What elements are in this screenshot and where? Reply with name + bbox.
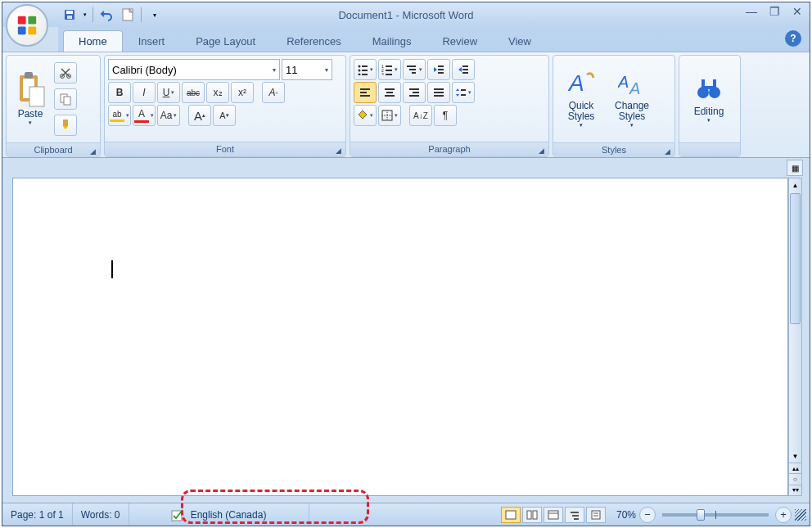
proofing-icon bbox=[171, 508, 186, 521]
font-color-button[interactable]: A bbox=[133, 105, 156, 126]
cut-button[interactable] bbox=[54, 62, 77, 83]
office-button[interactable] bbox=[6, 4, 48, 47]
status-words[interactable]: Words: 0 bbox=[73, 503, 129, 526]
tab-references[interactable]: References bbox=[271, 30, 356, 52]
zoom-knob[interactable] bbox=[697, 509, 705, 521]
status-page[interactable]: Page: 1 of 1 bbox=[2, 503, 73, 526]
svg-rect-35 bbox=[462, 65, 468, 67]
svg-rect-62 bbox=[705, 86, 713, 89]
align-right-button[interactable] bbox=[403, 82, 426, 103]
draft-icon bbox=[590, 510, 602, 520]
qat-new[interactable] bbox=[118, 6, 138, 24]
quick-styles-button[interactable]: A Quick Styles▾ bbox=[556, 58, 607, 140]
highlight-swatch-icon bbox=[110, 120, 124, 122]
qat-save-dropdown[interactable]: ▾ bbox=[81, 6, 89, 24]
bold-button[interactable]: B bbox=[108, 82, 131, 103]
help-button[interactable]: ? bbox=[785, 30, 801, 47]
svg-rect-39 bbox=[360, 92, 367, 93]
tab-review[interactable]: Review bbox=[426, 30, 493, 52]
vertical-scrollbar[interactable]: ▲ ▼ ▴▴ ○ ▾▾ bbox=[788, 178, 802, 496]
font-launcher[interactable]: ◢ bbox=[333, 144, 343, 154]
view-outline[interactable] bbox=[565, 507, 584, 523]
shrink-font-button[interactable]: A▾ bbox=[213, 105, 236, 126]
qat-save[interactable] bbox=[60, 6, 79, 24]
shading-button[interactable] bbox=[354, 105, 377, 126]
tab-mailings[interactable]: Mailings bbox=[357, 30, 427, 52]
paste-button[interactable]: Paste ▾ bbox=[9, 58, 52, 140]
editing-button[interactable]: Editing▾ bbox=[682, 58, 736, 140]
tab-view[interactable]: View bbox=[493, 30, 547, 52]
format-painter-button[interactable] bbox=[54, 115, 77, 136]
qat-undo[interactable] bbox=[97, 6, 116, 24]
sort-button[interactable]: A↓Z bbox=[409, 105, 432, 126]
line-spacing-button[interactable] bbox=[452, 82, 475, 103]
change-styles-button[interactable]: AA Change Styles▾ bbox=[607, 58, 657, 140]
superscript-button[interactable]: x² bbox=[231, 82, 254, 103]
minimize-button[interactable]: — bbox=[742, 4, 760, 19]
svg-rect-64 bbox=[506, 511, 516, 519]
zoom-out-button[interactable]: − bbox=[639, 507, 656, 523]
clipboard-launcher[interactable]: ◢ bbox=[88, 145, 97, 155]
paste-label: Paste bbox=[18, 108, 43, 120]
resize-grip[interactable] bbox=[795, 509, 806, 521]
subscript-button[interactable]: x₂ bbox=[206, 82, 229, 103]
scroll-up-button[interactable]: ▲ bbox=[789, 178, 801, 192]
select-browse-button[interactable]: ○ bbox=[789, 473, 801, 484]
paragraph-launcher[interactable]: ◢ bbox=[536, 144, 546, 154]
styles-launcher[interactable]: ◢ bbox=[662, 145, 672, 155]
underline-button[interactable]: U bbox=[157, 82, 180, 103]
strike-button[interactable]: abc bbox=[182, 82, 205, 103]
web-layout-icon bbox=[548, 510, 559, 520]
svg-rect-46 bbox=[409, 95, 419, 97]
tab-page-layout[interactable]: Page Layout bbox=[180, 30, 271, 52]
svg-rect-70 bbox=[572, 515, 579, 517]
numbering-button[interactable]: 123 bbox=[378, 59, 401, 80]
svg-rect-5 bbox=[66, 11, 73, 14]
grow-font-button[interactable]: A▴ bbox=[188, 105, 211, 126]
view-full-screen[interactable] bbox=[522, 507, 542, 523]
svg-rect-3 bbox=[28, 26, 36, 34]
align-center-icon bbox=[384, 87, 395, 98]
scroll-down-button[interactable]: ▼ bbox=[789, 449, 801, 463]
align-left-button[interactable] bbox=[354, 82, 377, 103]
view-draft[interactable] bbox=[586, 507, 606, 523]
document-canvas[interactable] bbox=[12, 178, 788, 496]
change-case-button[interactable]: Aa bbox=[157, 105, 180, 126]
inc-indent-button[interactable] bbox=[452, 59, 475, 80]
outline-icon bbox=[569, 510, 580, 520]
status-language[interactable]: English (Canada) bbox=[129, 503, 309, 526]
ruler-toggle[interactable]: ▦ bbox=[787, 160, 803, 176]
font-size-combo[interactable]: 11▾ bbox=[282, 59, 332, 80]
svg-rect-30 bbox=[409, 69, 416, 70]
justify-button[interactable] bbox=[427, 82, 450, 103]
zoom-level[interactable]: 70% bbox=[616, 509, 636, 521]
copy-button[interactable] bbox=[54, 88, 77, 110]
view-web-layout[interactable] bbox=[544, 507, 563, 523]
restore-button[interactable]: ❐ bbox=[765, 4, 783, 19]
highlight-button[interactable]: ab bbox=[108, 105, 131, 126]
tab-insert[interactable]: Insert bbox=[123, 30, 181, 52]
copy-icon bbox=[59, 93, 72, 106]
scroll-thumb[interactable] bbox=[790, 193, 801, 324]
svg-rect-44 bbox=[409, 88, 419, 90]
tab-home[interactable]: Home bbox=[63, 30, 123, 52]
prev-page-button[interactable]: ▴▴ bbox=[789, 463, 801, 473]
font-family-combo[interactable]: Calibri (Body)▾ bbox=[108, 59, 280, 80]
clear-format-button[interactable]: A▫ bbox=[262, 82, 285, 103]
align-center-button[interactable] bbox=[378, 82, 401, 103]
italic-button[interactable]: I bbox=[133, 82, 156, 103]
view-print-layout[interactable] bbox=[501, 507, 521, 523]
next-page-button[interactable]: ▾▾ bbox=[789, 485, 801, 495]
dec-indent-button[interactable] bbox=[427, 59, 450, 80]
status-bar: Page: 1 of 1 Words: 0 English (Canada) 7… bbox=[2, 503, 810, 526]
bullets-button[interactable] bbox=[354, 59, 377, 80]
close-button[interactable]: ✕ bbox=[788, 4, 806, 19]
borders-button[interactable] bbox=[378, 105, 401, 126]
svg-text:A: A bbox=[567, 70, 584, 96]
pilcrow-button[interactable]: ¶ bbox=[434, 105, 457, 126]
new-doc-icon bbox=[122, 8, 133, 21]
zoom-slider[interactable] bbox=[662, 513, 769, 517]
qat-customize[interactable]: ▾ bbox=[145, 6, 165, 24]
zoom-in-button[interactable]: + bbox=[775, 507, 792, 523]
multilevel-button[interactable] bbox=[403, 59, 426, 80]
